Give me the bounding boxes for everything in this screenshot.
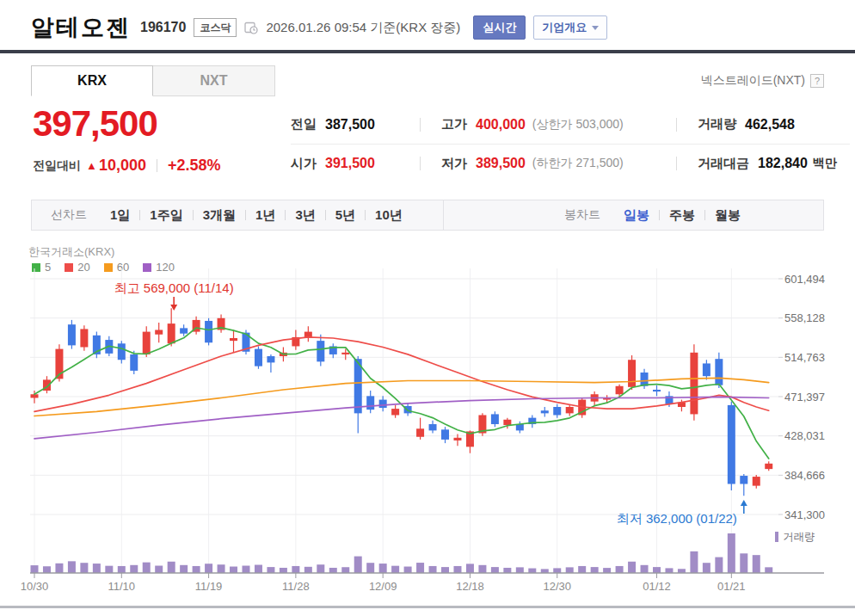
- lower-limit-note: (하한가 271,500): [532, 156, 624, 171]
- divider: [659, 210, 660, 220]
- svg-text:12/30: 12/30: [543, 580, 571, 593]
- divider: [157, 159, 157, 172]
- current-price: 397,500: [33, 103, 157, 145]
- vertical-gridlines: [34, 268, 731, 573]
- nxt-trade-link[interactable]: 넥스트레이드(NXT) ?: [701, 73, 824, 89]
- x-axis: 10/3011/1011/1911/2812/0912/1812/3001/12…: [21, 573, 824, 593]
- info-row-2: 시가 391,500 저가 389,500 (하한가 271,500) 거래대금…: [291, 144, 850, 182]
- company-overview-button[interactable]: 기업개요: [533, 15, 607, 40]
- volume-bar: [516, 567, 524, 573]
- volume-bar: [155, 566, 163, 573]
- change-label: 전일대비: [33, 158, 81, 174]
- svg-text:01/21: 01/21: [717, 580, 746, 593]
- volume-bar: [491, 567, 499, 573]
- volume-bar: [416, 563, 424, 573]
- volume-bar: [242, 566, 249, 573]
- svg-text:12/09: 12/09: [369, 580, 397, 593]
- volume-label: 거래량: [698, 116, 736, 132]
- header-divider: [0, 50, 855, 53]
- period-3month[interactable]: 3개월: [203, 207, 236, 224]
- candle-period-daily[interactable]: 일봉: [624, 207, 649, 224]
- divider: [193, 210, 194, 220]
- up-triangle-icon: ▲: [86, 159, 97, 172]
- period-1week[interactable]: 1주일: [150, 207, 182, 224]
- stock-code: 196170: [140, 20, 186, 35]
- period-1day[interactable]: 1일: [110, 207, 130, 224]
- tab-nxt[interactable]: NXT: [153, 65, 275, 96]
- candle-body: [80, 329, 88, 347]
- candle-body: [118, 343, 126, 360]
- prev-close-label: 전일: [291, 116, 317, 132]
- candle-body: [728, 405, 735, 484]
- volume-bar: [218, 564, 225, 573]
- svg-text:558,128: 558,128: [784, 311, 825, 324]
- volume-bar: [43, 566, 51, 573]
- candle-body: [566, 407, 574, 413]
- period-1year[interactable]: 1년: [255, 207, 275, 224]
- volume-bar: [193, 566, 200, 573]
- line-chart-label: 선차트: [51, 207, 87, 223]
- volume-bar: [665, 568, 673, 573]
- volume-value: 462,548: [745, 117, 795, 132]
- trade-value-cell: 거래대금 182,840 백만: [676, 156, 850, 172]
- candle-body: [703, 363, 710, 376]
- prev-close-cell: 전일 387,500: [291, 116, 420, 132]
- volume-bar: [628, 562, 636, 573]
- divider: [139, 210, 140, 220]
- high-cell: 고가 400,000 (상한가 503,000): [420, 116, 676, 132]
- help-icon[interactable]: ?: [810, 74, 824, 88]
- low-cell: 저가 389,500 (하한가 271,500): [420, 156, 676, 172]
- candle-body: [230, 338, 237, 341]
- upper-limit-note: (상한가 503,000): [532, 117, 624, 132]
- period-5year[interactable]: 5년: [335, 207, 355, 224]
- market-badge[interactable]: 코스닥: [194, 18, 237, 37]
- svg-text:428,031: 428,031: [784, 429, 825, 442]
- svg-text:01/12: 01/12: [643, 580, 671, 593]
- candle-body: [267, 356, 274, 362]
- volume-bar: [429, 566, 437, 573]
- volume-bar: [753, 555, 760, 573]
- candle-body: [416, 428, 424, 436]
- market-tabs: KRX NXT: [31, 65, 275, 96]
- candle-period-monthly[interactable]: 월봉: [715, 207, 741, 224]
- volume-bar: [168, 562, 175, 573]
- open-cell: 시가 391,500: [291, 156, 420, 172]
- candle-body: [68, 324, 76, 345]
- candle-body: [341, 353, 349, 354]
- volume-bar: [503, 568, 511, 573]
- low-annotation-text: 최저 362,000 (01/22): [617, 511, 737, 526]
- volume-bar: [180, 565, 188, 573]
- period-3year[interactable]: 3년: [295, 207, 315, 224]
- candle-period-weekly[interactable]: 주봉: [669, 207, 695, 224]
- chart-toolbar: 선차트 1일 1주일 3개월 1년 3년 5년 10년 봉차트 일봉 주봉 월봉: [31, 200, 824, 231]
- y-axis-labels: 601,494558,128514,763471,397428,031384,6…: [784, 273, 825, 521]
- candle-body: [255, 349, 262, 367]
- high-value: 400,000: [476, 117, 526, 132]
- candle-body: [541, 410, 549, 413]
- volume-bar: [304, 567, 312, 573]
- volume-bar: [641, 565, 649, 573]
- volume-bar: [466, 564, 474, 573]
- trade-value-value: 182,840: [758, 156, 808, 171]
- candle-body: [616, 386, 624, 394]
- volume-bar: [80, 563, 88, 573]
- candle-body: [740, 476, 747, 484]
- volume-legend-label: 거래량: [783, 531, 815, 543]
- candle-body: [379, 400, 387, 408]
- volume-bar: [329, 568, 337, 573]
- divider: [365, 210, 366, 220]
- candle-body: [429, 424, 437, 430]
- candle-body: [765, 464, 772, 469]
- realtime-button[interactable]: 실시간: [473, 15, 526, 40]
- period-10year[interactable]: 10년: [375, 207, 403, 224]
- open-label: 시가: [291, 156, 317, 172]
- divider: [245, 210, 246, 220]
- volume-bar: [528, 569, 536, 573]
- volume-bar: [553, 568, 561, 573]
- prev-close-value: 387,500: [325, 117, 375, 132]
- candle-chart-controls: 봉차트 일봉 주봉 월봉: [443, 200, 823, 230]
- volume-bar: [391, 566, 399, 573]
- tab-krx[interactable]: KRX: [31, 65, 153, 96]
- candle-body: [653, 390, 661, 391]
- volume-bar: [653, 567, 661, 573]
